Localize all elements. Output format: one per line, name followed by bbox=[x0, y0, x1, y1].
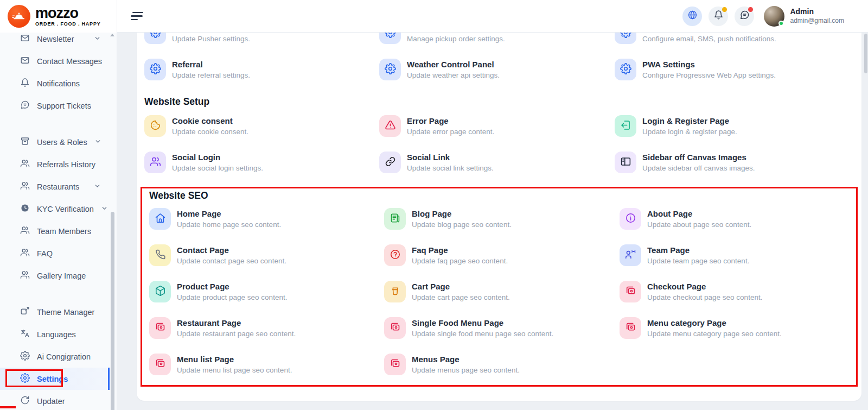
settings-card-pwa-settings[interactable]: PWA Settings Configure Progressive Web A… bbox=[615, 59, 854, 80]
card-description: Update about page seo content. bbox=[647, 220, 751, 229]
gear-icon bbox=[620, 33, 631, 40]
card-icon-chip bbox=[620, 317, 641, 339]
main-content: Update Pusher settings. Manage pickup or… bbox=[117, 33, 868, 410]
settings-card-configure-email-sms-push-notifications[interactable]: Configure email, SMS, push notifications… bbox=[615, 33, 854, 44]
sidebar-item-label: Support Tickets bbox=[37, 102, 91, 110]
settings-card-menu-category-page[interactable]: Menu category Page Update menu category … bbox=[620, 317, 851, 339]
settings-card-blog-page[interactable]: Blog Page Update blog page seo content. bbox=[384, 208, 620, 230]
sidebar-scrollbar[interactable] bbox=[111, 212, 114, 410]
sidebar-item-contact-messages[interactable]: Contact Messages bbox=[0, 50, 110, 72]
settings-card-menu-list-page[interactable]: Menu list Page Update menu list page seo… bbox=[149, 354, 384, 375]
main-scrollbar[interactable] bbox=[864, 34, 867, 73]
settings-card-team-page[interactable]: Team Page Update team page seo content. bbox=[620, 244, 851, 266]
brand-logo-icon bbox=[8, 5, 30, 28]
sidebar-item-faq[interactable]: FAQ bbox=[0, 242, 110, 264]
card-description: Manage pickup order settings. bbox=[407, 34, 505, 43]
gear-icon bbox=[620, 63, 631, 77]
section-title-website-seo: Website SEO bbox=[149, 190, 851, 201]
card-title: Menus Page bbox=[412, 355, 520, 364]
card-description: Configure Progressive Web App settings. bbox=[642, 71, 776, 80]
settings-card-menus-page[interactable]: Menus Page Update menus page seo content… bbox=[384, 354, 620, 375]
collection-icon bbox=[390, 358, 401, 371]
card-description: Update blog page seo content. bbox=[412, 220, 512, 229]
settings-card-checkout-page[interactable]: Checkout Page Update checkout page seo c… bbox=[620, 281, 851, 302]
login-icon bbox=[620, 119, 631, 133]
sidebar-item-notifications[interactable]: Notifications bbox=[0, 72, 110, 94]
card-icon-chip bbox=[384, 281, 406, 302]
sidebar-item-label: Users & Roles bbox=[37, 138, 87, 147]
sidebar-item-label: FAQ bbox=[37, 249, 53, 258]
annotation-box-website-seo: Website SEO Home Page Update home page s… bbox=[141, 187, 858, 387]
collection-icon bbox=[625, 321, 636, 335]
clock-icon bbox=[20, 203, 30, 215]
messages-button[interactable] bbox=[735, 7, 754, 26]
settings-card-weather-control-panel[interactable]: Weather Control Panel Update weather api… bbox=[379, 59, 615, 80]
bell-icon bbox=[713, 10, 724, 22]
sidebar-scroll-up-arrow[interactable] bbox=[110, 34, 114, 36]
card-description: Update home page seo content. bbox=[177, 220, 281, 229]
sidebar-item-restaurants[interactable]: Restaurants bbox=[0, 175, 110, 198]
settings-card-home-page[interactable]: Home Page Update home page seo content. bbox=[149, 208, 384, 230]
brand-logo[interactable]: mozzo ORDER . FOOD . HAPPY bbox=[0, 0, 117, 33]
sidebar-item-users-roles[interactable]: Users & Roles bbox=[0, 131, 110, 153]
sidebar-item-kyc-verification[interactable]: KYC Verification bbox=[0, 198, 110, 220]
card-description: Update team page seo content. bbox=[647, 256, 749, 266]
card-title: Error Page bbox=[407, 116, 494, 126]
settings-card-referral[interactable]: Referral Update referral settings. bbox=[144, 59, 379, 80]
user-menu[interactable]: Admin admin@gmail.com bbox=[764, 6, 844, 27]
chevron-down-icon bbox=[94, 34, 101, 44]
settings-card-contact-page[interactable]: Contact Page Update contact page seo con… bbox=[149, 244, 384, 266]
archive-icon bbox=[20, 136, 30, 148]
notifications-button[interactable] bbox=[709, 7, 728, 26]
settings-card-sidebar-off-canvas-images[interactable]: Sidebar off Canvas Images Update sidebar… bbox=[615, 152, 854, 173]
card-icon-chip bbox=[615, 152, 636, 173]
settings-card-faq-page[interactable]: Faq Page Update faq page seo content. bbox=[384, 244, 620, 266]
sidebar-item-referrals-history[interactable]: Referrals History bbox=[0, 153, 110, 175]
sidebar-item-label: Referrals History bbox=[37, 160, 95, 169]
sidebar-item-newsletter[interactable]: Newsletter bbox=[0, 33, 110, 50]
theme-icon bbox=[20, 306, 30, 318]
card-description: Update Pusher settings. bbox=[172, 34, 250, 43]
card-description: Update sidebar off canvas images. bbox=[642, 163, 755, 173]
settings-card-error-page[interactable]: Error Page Update error page content. bbox=[379, 115, 615, 137]
settings-card-login-register-page[interactable]: Login & Register Page Update login & reg… bbox=[615, 115, 854, 137]
language-button[interactable] bbox=[682, 7, 702, 26]
sidebar-item-gallery-image[interactable]: Gallery Image bbox=[0, 264, 110, 287]
settings-card-single-food-menu-page[interactable]: Single Food Menu Page Update single food… bbox=[384, 317, 620, 339]
question-icon bbox=[390, 249, 401, 262]
settings-card-update-pusher-settings[interactable]: Update Pusher settings. bbox=[144, 33, 379, 44]
card-description: Update menu list page seo content. bbox=[177, 365, 292, 375]
sidebar-toggle-button[interactable] bbox=[131, 10, 145, 22]
sidebar-item-updater[interactable]: Updater bbox=[0, 390, 110, 410]
card-description: Update weather api settings. bbox=[407, 71, 500, 80]
users-icon bbox=[150, 156, 161, 169]
settings-card-cart-page[interactable]: Cart Page Update cart page seo content. bbox=[384, 281, 620, 302]
sidebar-item-label: Settings bbox=[37, 375, 68, 383]
sidebar-item-support-tickets[interactable]: Support Tickets bbox=[0, 94, 110, 117]
card-icon-chip bbox=[144, 59, 166, 80]
sidebar-item-label: Restaurants bbox=[37, 182, 79, 191]
users-icon bbox=[20, 159, 30, 171]
sidebar-item-label: Contact Messages bbox=[37, 57, 102, 66]
card-title: Menu list Page bbox=[177, 355, 292, 364]
sidebar-item-team-members[interactable]: Team Members bbox=[0, 220, 110, 242]
card-description: Update single food menu page seo content… bbox=[412, 329, 553, 338]
collection-icon bbox=[155, 358, 166, 371]
settings-card-cookie-consent[interactable]: Cookie consent Update cookie consent. bbox=[144, 115, 379, 137]
settings-card-manage-pickup-order-settings[interactable]: Manage pickup order settings. bbox=[379, 33, 615, 44]
warning-icon bbox=[385, 119, 396, 133]
sidebar-item-settings[interactable]: Settings bbox=[0, 368, 110, 390]
brand-name: mozzo bbox=[35, 6, 101, 21]
settings-card-social-login[interactable]: Social Login Update social login setting… bbox=[144, 152, 379, 173]
settings-card-product-page[interactable]: Product Page Update product page seo con… bbox=[149, 281, 384, 302]
avatar[interactable] bbox=[764, 6, 784, 27]
settings-card-restaurant-page[interactable]: Restaurant Page Update restaurant page s… bbox=[149, 317, 384, 339]
sidebar-item-theme-manager[interactable]: Theme Manager bbox=[0, 301, 110, 323]
settings-card-social-link[interactable]: Social Link Update social link settings. bbox=[379, 152, 615, 173]
settings-card-about-page[interactable]: About Page Update about page seo content… bbox=[620, 208, 851, 230]
brand-tagline: ORDER . FOOD . HAPPY bbox=[35, 22, 101, 27]
sidebar-item-ai-congigration[interactable]: Ai Congigration bbox=[0, 345, 110, 368]
sidebar-item-label: Updater bbox=[37, 397, 65, 406]
section-title-website-setup: Website Setup bbox=[144, 96, 854, 108]
sidebar-item-languages[interactable]: Languages bbox=[0, 323, 110, 345]
